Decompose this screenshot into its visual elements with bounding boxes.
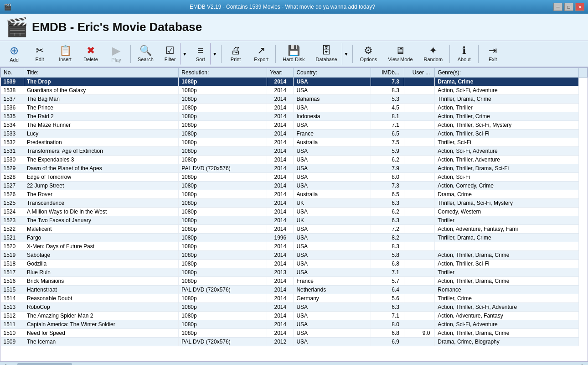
col-no-header[interactable]: No. [1, 68, 24, 78]
scroll-left-arrow[interactable]: ◀ [1, 363, 8, 365]
table-body: 1539The Drop1080p2014USA7.3Drama, Crime1… [1, 78, 588, 346]
filter-group: ☑ Filter ▼ [160, 43, 189, 65]
sort-icon: ≡ [197, 46, 203, 56]
table-row[interactable]: 1524A Million Ways to Die in the West108… [1, 208, 588, 216]
movie-table: No. Title: Resolution: Year: Country: IM… [0, 68, 588, 346]
exit-button[interactable]: ⇥ Exit [480, 43, 505, 65]
viewmode-button[interactable]: 🖥 View Mode [383, 43, 418, 65]
delete-label: Delete [83, 57, 98, 62]
viewmode-icon: 🖥 [395, 46, 405, 56]
sort-dropdown-arrow[interactable]: ▼ [210, 43, 219, 65]
scroll-thumb[interactable] [17, 363, 72, 365]
table-row[interactable]: 1522Maleficent1080p2014USA7.2Action, Adv… [1, 225, 588, 234]
table-row[interactable]: 1519Sabotage1080p2014USA5.8Action, Thril… [1, 251, 588, 260]
sort-group: ≡ Sort ▼ [190, 43, 219, 65]
table-row[interactable]: 1538Guardians of the Galaxy1080p2014USA8… [1, 86, 588, 95]
table-row[interactable]: 1528Edge of Tomorrow1080p2014USA8.0Actio… [1, 173, 588, 182]
table-row[interactable]: 1531Transformers: Age of Extinction1080p… [1, 147, 588, 156]
table-row[interactable]: 1511Captain America: The Winter Soldier1… [1, 320, 588, 329]
table-row[interactable]: 1520X-Men: Days of Future Past1080p2014U… [1, 242, 588, 251]
delete-icon: ✖ [87, 46, 95, 56]
scroll-right-arrow[interactable]: ▶ [580, 363, 587, 365]
search-label: Search [138, 57, 154, 62]
col-scroll-header [578, 68, 587, 78]
database-group: 🗄 Database ▼ [310, 43, 351, 65]
table-row[interactable]: 1512The Amazing Spider-Man 21080p2014USA… [1, 312, 588, 320]
delete-button[interactable]: ✖ Delete [78, 43, 103, 65]
print-label: Print [231, 57, 241, 62]
options-label: Options [360, 57, 377, 62]
window-title: EMDB V2.19 - Contains 1539 Movies - What… [11, 4, 553, 10]
print-icon: 🖨 [231, 46, 241, 56]
options-button[interactable]: ⚙ Options [355, 43, 382, 65]
table-row[interactable]: 1521Fargo1080p1996USA8.2Thriller, Drama,… [1, 234, 588, 242]
col-imdb-header[interactable]: IMDb... [371, 68, 404, 78]
col-resolution-header[interactable]: Resolution: [179, 68, 267, 78]
about-button[interactable]: ℹ About [452, 43, 476, 65]
table-row[interactable]: 1523The Two Faces of January1080p2014UK6… [1, 216, 588, 225]
table-row[interactable]: 1529Dawn of the Planet of the ApesPAL DV… [1, 164, 588, 173]
play-label: Play [111, 57, 121, 63]
maximize-button[interactable]: □ [564, 3, 573, 11]
table-row[interactable]: 1517Blue Ruin1080p2013USA7.1Thriller [1, 268, 588, 277]
minimize-button[interactable]: ─ [553, 3, 562, 11]
database-icon: 🗄 [321, 46, 331, 56]
app-header: 🎬 EMDB - Eric's Movie Database [0, 14, 588, 41]
about-label: About [458, 57, 471, 62]
table-row[interactable]: 1536The Prince1080p2014USA4.5Action, Thr… [1, 104, 588, 112]
export-button[interactable]: ↗ Export [249, 43, 273, 65]
col-year-header[interactable]: Year: [267, 68, 294, 78]
table-row[interactable]: 1535The Raid 21080p2014Indonesia8.1Actio… [1, 112, 588, 121]
export-label: Export [254, 57, 268, 62]
sort-button[interactable]: ≡ Sort [190, 43, 210, 64]
print-button[interactable]: 🖨 Print [223, 43, 248, 65]
add-button[interactable]: ⊕ Add [2, 43, 26, 65]
toolbar: ⊕ Add ✂ Edit 📋 Insert ✖ Delete ▶ Play 🔍 … [0, 41, 588, 67]
sort-label: Sort [196, 57, 205, 62]
table-row[interactable]: 1533Lucy1080p2014France6.5Action, Thrill… [1, 130, 588, 138]
add-icon: ⊕ [10, 45, 19, 56]
movie-table-container[interactable]: No. Title: Resolution: Year: Country: IM… [0, 67, 588, 362]
random-button[interactable]: ✦ Random [419, 43, 448, 65]
filter-button[interactable]: ☑ Filter [160, 43, 180, 64]
table-row[interactable]: 1530The Expendables 31080p2014USA6.2Acti… [1, 156, 588, 164]
table-row[interactable]: 1525Transcendence1080p2014UK6.3Thriller,… [1, 199, 588, 208]
table-row[interactable]: 1532Predestination1080p2014Australia7.5T… [1, 138, 588, 147]
col-title-header[interactable]: Title: [24, 68, 178, 78]
insert-button[interactable]: 📋 Insert [53, 43, 77, 65]
table-row[interactable]: 1537The Bag Man1080p2014Bahamas5.3Thrill… [1, 95, 588, 104]
harddisk-icon: 💾 [288, 46, 300, 56]
table-row[interactable]: 1518Godzilla1080p2014USA6.8Action, Thril… [1, 260, 588, 268]
edit-label: Edit [36, 57, 44, 62]
horizontal-scrollbar[interactable]: ◀ ▶ [0, 362, 588, 365]
table-row[interactable]: 1515HartenstraatPAL DVD (720x576)2014Net… [1, 286, 588, 294]
exit-icon: ⇥ [489, 46, 497, 56]
table-row[interactable]: 1514Reasonable Doubt1080p2014Germany5.6T… [1, 294, 588, 303]
table-row[interactable]: 1534The Maze Runner1080p2014USA7.1Action… [1, 121, 588, 130]
edit-button[interactable]: ✂ Edit [27, 43, 52, 65]
table-row[interactable]: 152722 Jump Street1080p2014USA7.3Action,… [1, 182, 588, 190]
database-dropdown-arrow[interactable]: ▼ [342, 43, 351, 65]
table-row[interactable]: 1510Need for Speed1080p2014USA6.89.0Acti… [1, 329, 588, 338]
search-button[interactable]: 🔍 Search [133, 43, 159, 65]
export-icon: ↗ [257, 46, 265, 56]
close-button[interactable]: ✕ [575, 3, 584, 11]
col-country-header[interactable]: Country: [294, 68, 371, 78]
search-icon: 🔍 [139, 46, 152, 56]
filter-label: Filter [165, 57, 175, 62]
table-row[interactable]: 1539The Drop1080p2014USA7.3Drama, Crime [1, 78, 588, 86]
database-button[interactable]: 🗄 Database [310, 43, 341, 64]
filter-dropdown-arrow[interactable]: ▼ [180, 43, 189, 65]
table-row[interactable]: 1513RoboCop1080p2014USA6.3Action, Thrill… [1, 303, 588, 312]
col-genre-header[interactable]: Genre(s): [435, 68, 578, 78]
col-user-header[interactable]: User ... [404, 68, 434, 78]
edit-icon: ✂ [36, 46, 44, 56]
app-logo: 🎬 EMDB - Eric's Movie Database [5, 16, 202, 38]
table-row[interactable]: 1509The IcemanPAL DVD (720x576)2012USA6.… [1, 338, 588, 346]
about-icon: ℹ [462, 46, 466, 56]
harddisk-button[interactable]: 💾 Hard Disk [278, 43, 309, 65]
table-row[interactable]: 1526The Rover1080p2014Australia6.5Drama,… [1, 190, 588, 199]
logo-icon: 🎬 [5, 16, 28, 38]
table-row[interactable]: 1516Brick Mansions1080p2014France5.7Acti… [1, 277, 588, 286]
add-label: Add [10, 57, 19, 63]
